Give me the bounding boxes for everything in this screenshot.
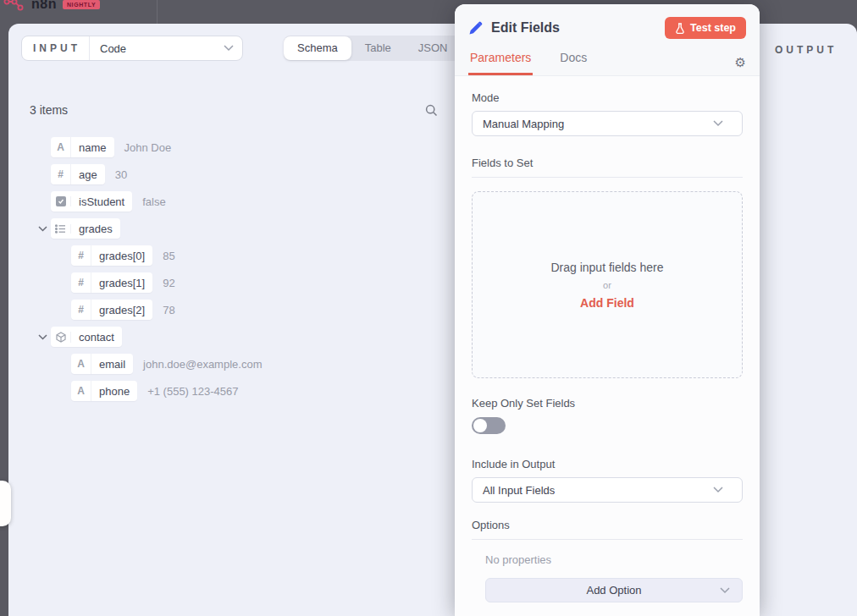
schema-field-email[interactable]: A email (71, 354, 133, 374)
input-panel: INPUT Code Schema Table JSON 3 items A n… (8, 24, 455, 616)
number-type-icon: # (71, 245, 91, 266)
tree-row: # grades[2] 78 (25, 296, 446, 323)
tree-row: grades (25, 215, 446, 242)
no-properties-text: No properties (485, 553, 743, 566)
tree-row: A email john.doe@example.com (25, 350, 446, 377)
tab-schema[interactable]: Schema (284, 36, 351, 60)
modal-tabs: Parameters Docs ⚙ (468, 51, 746, 75)
field-value: +1 (555) 123-4567 (147, 385, 238, 398)
field-value: 78 (163, 304, 174, 316)
add-field-button[interactable]: Add Field (580, 296, 634, 310)
toggle-knob (473, 419, 487, 432)
field-value: 30 (115, 168, 127, 181)
logo-text: n8n (31, 0, 57, 12)
tree-row: A phone +1 (555) 123-4567 (25, 377, 446, 404)
field-value: John Doe (124, 141, 172, 154)
tree-row: isStudent false (25, 188, 446, 215)
items-count: 3 items (30, 103, 68, 117)
field-value: 85 (163, 250, 174, 262)
include-in-output-select[interactable]: All Input Fields (472, 477, 743, 503)
node-settings-modal: Edit Fields Test step Parameters Docs ⚙ … (455, 4, 760, 616)
tree-row: contact (25, 323, 446, 350)
tree-row: A name John Doe (25, 134, 446, 161)
options-label: Options (472, 519, 743, 540)
collapse-chevron-icon[interactable] (34, 334, 51, 340)
input-source-select[interactable]: INPUT Code (21, 36, 243, 61)
boolean-type-icon (51, 196, 71, 206)
schema-field-age[interactable]: # age (51, 164, 105, 184)
string-type-icon: A (71, 381, 91, 401)
field-value: 92 (163, 277, 174, 289)
mode-select[interactable]: Manual Mapping (472, 111, 743, 136)
modal-title: Edit Fields (491, 20, 656, 36)
tree-row: # grades[1] 92 (25, 269, 446, 296)
n8n-logo-icon (3, 0, 25, 14)
include-in-output-label: Include in Output (472, 458, 743, 470)
drag-drop-zone[interactable]: Drag input fields here or Add Field (472, 191, 743, 378)
tab-parameters[interactable]: Parameters (468, 51, 533, 75)
input-source-value: Code (90, 42, 224, 55)
tab-json[interactable]: JSON (405, 36, 462, 60)
schema-field-grades-2[interactable]: # grades[2] (71, 300, 152, 320)
n8n-logo[interactable]: n8n NIGHTLY (3, 0, 100, 14)
chevron-down-icon (713, 487, 723, 493)
keep-only-set-fields-toggle[interactable] (472, 417, 506, 434)
nightly-badge: NIGHTLY (63, 0, 100, 9)
pencil-icon (468, 21, 483, 36)
field-value: false (142, 195, 165, 208)
collapse-chevron-icon[interactable] (34, 226, 51, 232)
field-value: john.doe@example.com (143, 358, 262, 371)
search-icon[interactable] (425, 104, 438, 117)
fields-to-set-label: Fields to Set (472, 157, 743, 178)
tab-docs[interactable]: Docs (558, 51, 589, 75)
view-mode-tabs: Schema Table JSON (284, 36, 461, 61)
test-step-button[interactable]: Test step (665, 17, 746, 39)
or-text: or (603, 280, 611, 290)
number-type-icon: # (71, 272, 91, 293)
add-option-button[interactable]: Add Option (485, 578, 743, 602)
input-label: INPUT (22, 42, 84, 54)
schema-field-grades-0[interactable]: # grades[0] (71, 245, 152, 266)
number-type-icon: # (71, 300, 91, 320)
schema-field-name[interactable]: A name (51, 137, 114, 157)
schema-field-grades[interactable]: grades (51, 218, 120, 239)
chevron-down-icon (224, 45, 234, 52)
tab-table[interactable]: Table (351, 36, 405, 60)
keep-only-set-fields-label: Keep Only Set Fields (472, 397, 743, 410)
number-type-icon: # (51, 164, 71, 184)
schema-field-contact[interactable]: contact (51, 327, 122, 347)
schema-field-grades-1[interactable]: # grades[1] (71, 272, 152, 293)
tree-row: # age 30 (25, 161, 446, 188)
string-type-icon: A (71, 354, 91, 374)
output-panel: OUTPUT (760, 24, 857, 616)
modal-header: Edit Fields Test step Parameters Docs ⚙ (455, 4, 760, 76)
chevron-down-icon (713, 120, 723, 127)
gear-icon[interactable]: ⚙ (735, 56, 746, 75)
tree-row: # grades[0] 85 (25, 242, 446, 269)
object-type-icon (51, 332, 71, 343)
schema-field-phone[interactable]: A phone (71, 381, 137, 401)
topbar-divider (157, 0, 158, 24)
string-type-icon: A (51, 137, 71, 157)
mode-label: Mode (472, 91, 743, 104)
list-type-icon (51, 224, 71, 234)
schema-tree: A name John Doe # age 30 isStudent false… (25, 134, 446, 404)
flask-icon (675, 23, 685, 34)
drag-hint-text: Drag input fields here (550, 261, 663, 274)
output-label: OUTPUT (760, 24, 857, 56)
collapsed-panel-handle[interactable] (0, 481, 11, 526)
modal-body: Mode Manual Mapping Fields to Set Drag i… (455, 76, 760, 602)
schema-field-isstudent[interactable]: isStudent (51, 191, 132, 212)
chevron-down-icon (720, 587, 730, 594)
